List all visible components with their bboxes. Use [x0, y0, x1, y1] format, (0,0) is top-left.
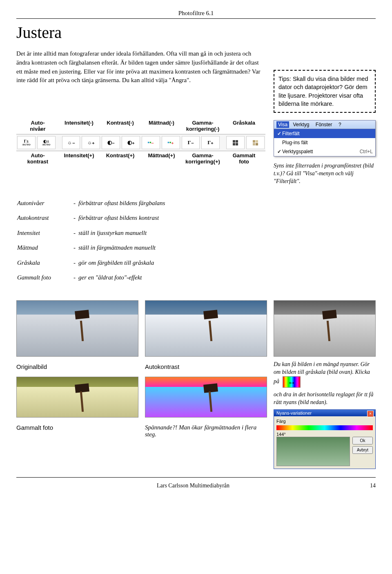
example-oldphoto-image [16, 377, 138, 418]
toolbar-label-top-3: Mättnad(-) [141, 120, 182, 132]
toolbar-label-bottom-5: Gammalt foto [223, 153, 265, 165]
gamma-plus-icon[interactable]: Γ₊ [201, 136, 220, 149]
menu-item-label: Plug-ins fält [282, 140, 308, 145]
def-desc: gör om färgbilden till gråskala [78, 256, 165, 270]
toolbar-label-bottom-0: Auto- kontrast [17, 153, 58, 165]
toolbar-illustration: Auto- nivåer Intensitet(-) Kontrast(-) M… [16, 120, 265, 185]
filterrad-note: Syns inte filterraden i programfönstret … [274, 162, 376, 185]
def-term: Intensitet [17, 226, 73, 240]
nyans-text-1: Du kan få bilden i en mängd nyanser. Gör… [274, 361, 376, 388]
caption-spannande: Spännande?! Man ökar färgmättnaden i fle… [145, 424, 267, 438]
toolbar-separator [57, 136, 60, 148]
toolbar-icon-row: Γ±AUTO ◐±AUTO ☼₋ ☼₊ ◐₋ ◐₊ ▪▪₋ ▪▪₊ Γ₋ Γ₊ [16, 134, 265, 151]
grayscale-icon[interactable] [226, 136, 245, 149]
check-icon: ✓ [276, 131, 282, 136]
toolbar-label-top-2: Kontrast(-) [100, 120, 141, 132]
toolbar-label-bottom-1: Intensitet(+) [58, 153, 100, 165]
intro-paragraph: Det är inte alltid man fotograferar unde… [16, 49, 265, 85]
page-footer: Lars Carlsson Multimediabyrån 14 [16, 477, 376, 489]
visa-menu-panel: Visa Verktyg Fönster ? ✓ Filterfält Plug… [274, 120, 376, 156]
def-desc: ställ in färgmättnaden manuellt [78, 241, 165, 255]
close-icon[interactable]: × [367, 411, 374, 417]
toolbar-label-bottom-4: Gamma- korrigering(+) [182, 153, 223, 165]
dialog-title-text: Nyans-variationer [276, 411, 312, 415]
menu-shortcut: Ctrl+L [360, 149, 373, 154]
check-icon: ✓ [276, 149, 282, 154]
example-saturation-image [145, 377, 267, 418]
ok-button[interactable]: Ok [352, 437, 373, 444]
contrast-plus-icon[interactable]: ◐₊ [122, 136, 140, 149]
oldphoto-icon[interactable] [246, 136, 265, 149]
menu-item-filterfalt[interactable]: ✓ Filterfält [274, 129, 375, 138]
menu-top-visa[interactable]: Visa [276, 121, 289, 128]
menu-item-label: Filterfält [282, 131, 300, 136]
toolbar-label-top-0: Auto- nivåer [17, 120, 58, 132]
intensity-minus-icon[interactable]: ☼₋ [62, 136, 80, 149]
def-desc: förbättrar oftast bildens färgbalans [78, 196, 165, 210]
menu-item-verktygspalett[interactable]: ✓ Verktygspalett Ctrl+L [274, 147, 375, 156]
contrast-minus-icon[interactable]: ◐₋ [102, 136, 120, 149]
avbryt-button[interactable]: Avbryt [352, 446, 373, 454]
caption-original: Originalbild [16, 363, 138, 370]
saturation-minus-icon[interactable]: ▪▪₋ [142, 136, 160, 149]
example-original-image [16, 300, 138, 357]
header-rule [16, 18, 376, 19]
menu-top-row: Visa Verktyg Fönster ? [274, 121, 375, 129]
toolbar-label-bottom-2: Kontrast(+) [100, 153, 141, 165]
dialog-title-bar: Nyans-variationer × [274, 410, 375, 416]
footer-author: Lars Carlsson Multimediabyrån [157, 482, 229, 489]
def-term: Autonivåer [17, 196, 73, 210]
autolevels-icon[interactable]: Γ±AUTO [17, 136, 36, 149]
header-app-title: Photofiltre 6.1 [16, 10, 376, 17]
def-term: Mättnad [17, 241, 73, 255]
footer-page-number: 14 [370, 482, 376, 489]
saturation-plus-icon[interactable]: ▪▪₊ [162, 136, 180, 149]
example-autokontrast-image [145, 300, 267, 357]
definition-list: Autonivåer-förbättrar oftast bildens fär… [16, 195, 166, 286]
tips-box: Tips: Skall du visa dina bilder med dato… [274, 70, 376, 113]
toolbar-separator-2 [221, 136, 225, 148]
def-desc: förbättrar oftast bildens kontrast [78, 211, 165, 225]
def-term: Gammalt foto [17, 270, 73, 285]
menu-top-verktyg[interactable]: Verktyg [290, 121, 312, 128]
hue-variation-icon[interactable] [283, 376, 301, 388]
nyans-text-2: och dra in det horisontella reglaget för… [274, 391, 376, 406]
menu-top-fonster[interactable]: Fönster [313, 121, 335, 128]
intensity-plus-icon[interactable]: ☼₊ [82, 136, 100, 149]
menu-item-plugins[interactable]: Plug-ins fält [274, 138, 375, 147]
caption-autokontrast: Autokontrast [145, 363, 267, 370]
example-grayscale-image [274, 300, 376, 357]
caption-gammalt: Gammalt foto [16, 424, 138, 431]
dialog-value: 144° [276, 432, 373, 437]
toolbar-label-bottom-3: Mättnad(+) [141, 153, 182, 165]
hue-slider[interactable] [276, 425, 373, 430]
autocontrast-icon[interactable]: ◐±AUTO [37, 136, 56, 149]
menu-top-help[interactable]: ? [336, 121, 344, 128]
nyans-dialog: Nyans-variationer × Färg 144° Ok Avbryt [274, 409, 376, 469]
page-title: Justera [16, 23, 376, 42]
dialog-preview-image [276, 437, 350, 466]
def-desc: ställ in ljusstyrkan manuellt [78, 226, 165, 240]
toolbar-label-top-5: Gråskala [223, 120, 265, 132]
menu-item-label: Verktygspalett [282, 149, 313, 154]
toolbar-label-top-4: Gamma- korrigering(-) [182, 120, 223, 132]
dialog-label-farg: Färg [276, 419, 373, 424]
gamma-minus-icon[interactable]: Γ₋ [182, 136, 200, 149]
def-term: Autokontrast [17, 211, 73, 225]
def-desc: ger en "åldrat foto"-effekt [78, 270, 165, 285]
def-term: Gråskala [17, 256, 73, 270]
toolbar-label-top-1: Intensitet(-) [58, 120, 100, 132]
